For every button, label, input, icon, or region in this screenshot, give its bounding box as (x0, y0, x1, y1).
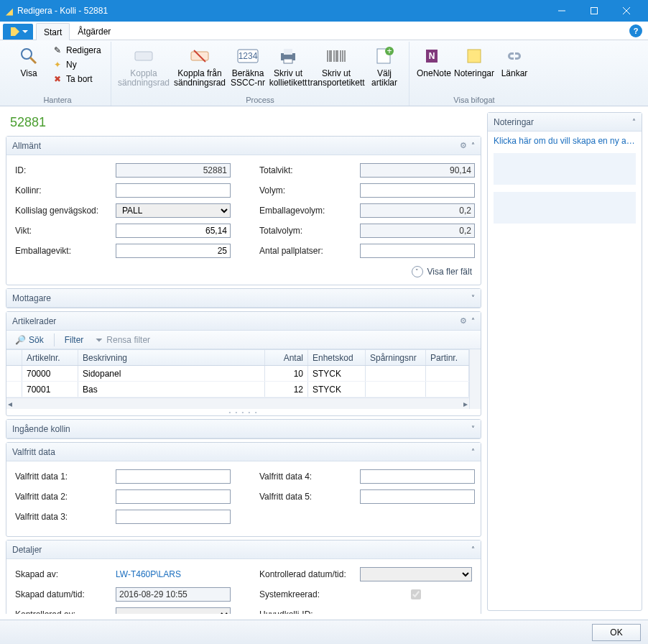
rensa-filter-button[interactable]: ⏷Rensa filter (91, 334, 154, 346)
valfritt2-field[interactable] (116, 489, 231, 504)
panel-header-ingaende-kollin[interactable]: Ingående kollin ˅ (6, 420, 481, 438)
onenote-icon: N (422, 45, 445, 68)
panel-header-noteringar[interactable]: Noteringar ˄ (488, 113, 642, 132)
col-partinr[interactable]: Partinr. (426, 350, 469, 365)
tabort-button[interactable]: ✖Ta bort (49, 72, 106, 86)
svg-rect-14 (284, 49, 292, 55)
visa-button[interactable]: Visa (9, 42, 49, 81)
vikt-label: Vikt: (15, 226, 116, 236)
show-more-fields[interactable]: ˅ Visa fler fält (15, 263, 472, 277)
koppla-fran-sandningsrad-button[interactable]: Koppla från sändningsrad (172, 42, 228, 91)
app-icon: ◢ (6, 6, 13, 17)
number-icon: 1234 (236, 45, 259, 68)
note-area[interactable] (494, 192, 636, 224)
volym-field[interactable] (360, 183, 475, 198)
maximize-button[interactable] (578, 0, 610, 22)
link-icon (503, 45, 526, 68)
filter-button[interactable]: Filter (60, 334, 88, 346)
kontrollerad-dt-select[interactable] (360, 567, 472, 581)
totalvolym-field[interactable] (360, 224, 475, 238)
panel-header-artikelrader[interactable]: Artikelrader ⚙ ˄ (6, 312, 481, 331)
group-process: Process (116, 96, 404, 106)
systemkreerad-label: Systemkreerad: (259, 589, 360, 599)
group-visa-bifogat: Visa bifogat (414, 96, 534, 106)
group-hantera: Hantera (9, 96, 106, 106)
kollinr-field[interactable] (116, 183, 231, 198)
valj-artiklar-button[interactable]: + Välj artiklar (364, 42, 404, 91)
table-row[interactable]: 70000 Sidopanel 10 STYCK (6, 366, 469, 382)
minimize-button[interactable] (545, 0, 578, 22)
kontrollerad-dt-label: Kontrollerad datum/tid: (259, 569, 360, 579)
table-row[interactable]: 70001 Bas 12 STYCK (6, 382, 469, 397)
valfritt4-field[interactable] (360, 469, 475, 484)
tab-start[interactable]: Start (36, 23, 70, 40)
col-artikelnr[interactable]: Artikelnr. (22, 350, 78, 365)
ny-button[interactable]: ✦Ny (49, 58, 106, 72)
grid-header: Artikelnr. Beskrivning Antal Enhetskod S… (6, 350, 469, 366)
valfritt5-field[interactable] (360, 489, 475, 504)
berakna-sscc-button[interactable]: 1234 Beräkna SSCC-nr (228, 42, 268, 91)
koppla-sandningsrad-button[interactable]: Koppla sändningsrad (116, 42, 172, 91)
valfritt3-field[interactable] (116, 510, 231, 524)
footer: OK (0, 620, 648, 644)
emballagevikt-field[interactable] (116, 244, 231, 258)
ok-button[interactable]: OK (592, 624, 641, 641)
vikt-field[interactable] (116, 224, 231, 238)
magnifier-icon (17, 45, 40, 68)
emballagevolym-field[interactable] (360, 203, 475, 218)
note-area[interactable] (494, 153, 636, 185)
chevron-up-icon: ˄ (632, 118, 636, 126)
col-enhetskod[interactable]: Enhetskod (308, 350, 366, 365)
close-button[interactable] (610, 0, 642, 22)
panel-header-allmant[interactable]: Allmänt ⚙ ˄ (6, 137, 481, 155)
ribbon-tabs: Start Åtgärder ? (0, 22, 648, 40)
file-menu[interactable] (3, 24, 33, 40)
window-title: Redigera - Kolli - 52881 (17, 6, 545, 16)
valfritt1-field[interactable] (116, 469, 231, 484)
col-antal[interactable]: Antal (265, 350, 308, 365)
help-button[interactable]: ? (629, 24, 642, 37)
svg-rect-8 (135, 52, 152, 60)
noteringar-button[interactable]: Noteringar (454, 42, 494, 81)
kollislag-select[interactable]: PALL (116, 203, 231, 218)
skriv-ut-kollietikett-button[interactable]: Skriv ut kollietikett (268, 42, 308, 91)
svg-text:+: + (387, 47, 392, 56)
skapad-av-link[interactable]: LW-T460P\LARS (116, 569, 181, 579)
valfritt4-label: Valfritt data 4: (259, 472, 360, 482)
id-field[interactable] (116, 163, 231, 178)
v-scrollbar[interactable] (469, 349, 481, 409)
panel-header-detaljer[interactable]: Detaljer ˄ (6, 540, 481, 559)
svg-point-6 (22, 49, 32, 59)
chevron-up-icon: ˄ (471, 142, 475, 150)
col-sparningsnr[interactable]: Spårningsnr (366, 350, 426, 365)
svg-rect-15 (284, 59, 292, 63)
sok-button[interactable]: 🔎Sök (11, 334, 48, 346)
kollinr-label: Kollinr: (15, 185, 116, 196)
gear-icon[interactable]: ⚙ (460, 141, 467, 150)
panel-header-mottagare[interactable]: Mottagare ˅ (6, 289, 481, 308)
skapad-dt-field[interactable] (116, 587, 231, 602)
tab-actions[interactable]: Åtgärder (70, 22, 119, 40)
valfritt1-label: Valfritt data 1: (15, 472, 116, 482)
create-note-link[interactable]: Klicka här om du vill skapa en ny an... (494, 136, 636, 146)
chevron-up-icon: ˄ (471, 546, 475, 553)
onenote-button[interactable]: N OneNote (414, 42, 454, 81)
resize-handle[interactable]: • • • • • (6, 409, 481, 415)
antal-pallplatser-field[interactable] (360, 244, 475, 258)
link-remove-icon (188, 45, 211, 68)
totalvikt-field[interactable] (360, 163, 475, 178)
kontrollerad-av-select[interactable] (116, 607, 231, 614)
panel-header-valfritt-data[interactable]: Valfritt data ˄ (6, 443, 481, 461)
lankar-button[interactable]: Länkar (494, 42, 534, 81)
col-beskrivning[interactable]: Beskrivning (78, 350, 265, 365)
skriv-ut-transportetikett-button[interactable]: Skriv ut transportetikett (308, 42, 364, 91)
h-scrollbar[interactable]: ◂▸ (6, 397, 469, 409)
svg-marker-5 (22, 30, 28, 33)
delete-icon: ✖ (52, 73, 63, 85)
systemkreerad-checkbox (360, 589, 472, 599)
panel-allmant: Allmänt ⚙ ˄ ID: Kollinr: Kollislag genvä… (6, 136, 481, 285)
grid: Artikelnr. Beskrivning Antal Enhetskod S… (6, 349, 469, 397)
chevron-up-icon: ˄ (471, 448, 475, 456)
gear-icon[interactable]: ⚙ (460, 316, 467, 326)
redigera-button[interactable]: ✎Redigera (49, 43, 106, 58)
